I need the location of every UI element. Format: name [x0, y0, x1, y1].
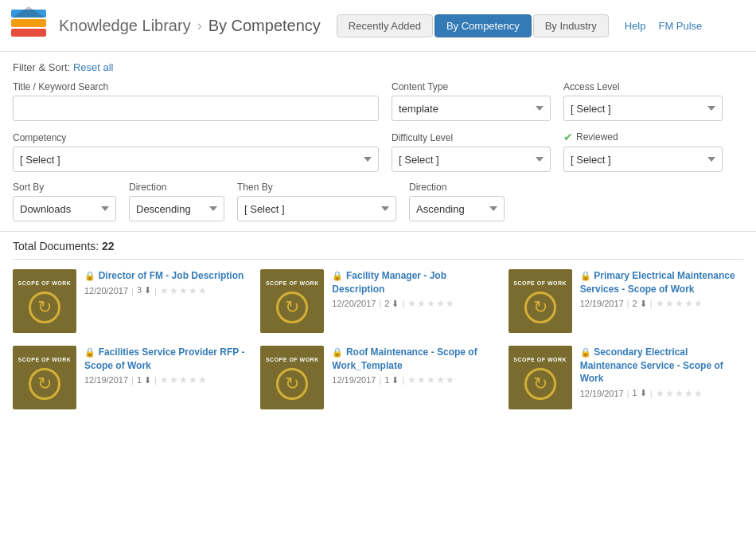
- doc-card-2: Scope of Work 🔒 Facility Manager - Job D…: [260, 269, 495, 333]
- star-2: ★: [417, 298, 426, 309]
- title-label: Title / Keyword Search: [13, 81, 379, 92]
- star-1: ★: [656, 388, 664, 399]
- star-1: ★: [160, 374, 169, 386]
- star-3: ★: [179, 374, 188, 386]
- breadcrumb-separator: ›: [197, 18, 202, 34]
- doc-thumbnail: Scope of Work: [509, 269, 572, 333]
- doc-meta: 12/20/2017 | 3 ⬇ | ★★★★★: [84, 285, 247, 296]
- filter-row-3: Sort By Downloads Date Title Rating Dire…: [13, 182, 743, 221]
- lock-icon: 🔒: [332, 347, 343, 357]
- breadcrumb-root[interactable]: Knowledge Library: [59, 17, 191, 35]
- tab-by-industry[interactable]: By Industry: [533, 14, 609, 37]
- doc-title[interactable]: Director of FM - Job Description: [99, 270, 244, 281]
- doc-downloads: 1 ⬇: [633, 388, 647, 398]
- lock-icon: 🔒: [84, 347, 95, 357]
- doc-title[interactable]: Primary Electrical Maintenance Services …: [580, 270, 735, 295]
- reset-all-link[interactable]: Reset all: [73, 61, 114, 73]
- competency-select[interactable]: [ Select ]: [13, 147, 379, 172]
- doc-date: 12/19/2017: [84, 375, 128, 385]
- star-rating: ★★★★★: [160, 285, 207, 296]
- sortby-filter-group: Sort By Downloads Date Title Rating: [13, 182, 116, 221]
- reviewed-label-container: ✔ Reviewed: [563, 131, 723, 143]
- star-4: ★: [684, 298, 693, 309]
- star-rating: ★★★★★: [407, 298, 454, 309]
- tab-by-competency[interactable]: By Competency: [435, 14, 532, 37]
- doc-title[interactable]: Roof Maintenance - Scope of Work_Templat…: [332, 346, 477, 371]
- doc-meta: 12/20/2017 | 2 ⬇ | ★★★★★: [332, 298, 495, 309]
- thenby-label: Then By: [237, 182, 396, 193]
- star-4: ★: [436, 298, 445, 309]
- doc-date: 12/20/2017: [332, 299, 376, 308]
- star-2: ★: [417, 374, 426, 386]
- star-2: ★: [170, 285, 178, 296]
- doc-meta: 12/19/2017 | 1 ⬇ | ★★★★★: [332, 374, 495, 386]
- doc-downloads: 1 ⬇: [384, 375, 399, 386]
- doc-date: 12/19/2017: [580, 389, 624, 398]
- sortby-select[interactable]: Downloads Date Title Rating: [13, 196, 116, 221]
- doc-thumbnail: Scope of Work: [509, 346, 572, 409]
- direction2-select[interactable]: Ascending Descending: [409, 196, 505, 221]
- doc-card-4: Scope of Work 🔒 Facilities Service Provi…: [13, 346, 247, 409]
- star-5: ★: [198, 374, 207, 386]
- doc-downloads: 2 ⬇: [633, 299, 647, 309]
- star-rating: ★★★★★: [656, 388, 703, 399]
- sortby-label: Sort By: [13, 182, 116, 193]
- thumb-label: Scope of Work: [510, 355, 570, 365]
- doc-meta: 12/19/2017 | 1 ⬇ | ★★★★★: [84, 374, 247, 386]
- direction1-label: Direction: [129, 182, 224, 193]
- doc-title[interactable]: Facility Manager - Job Description: [332, 270, 446, 295]
- star-3: ★: [675, 388, 684, 399]
- filter-row-2: Competency [ Select ] Difficulty Level […: [13, 131, 743, 172]
- star-3: ★: [179, 285, 188, 296]
- star-1: ★: [407, 374, 416, 386]
- doc-downloads: 2 ⬇: [384, 299, 399, 309]
- doc-card-1: Scope of Work 🔒 Director of FM - Job Des…: [13, 269, 247, 333]
- thumb-label: Scope of Work: [510, 279, 570, 288]
- difficulty-label: Difficulty Level: [392, 132, 551, 143]
- doc-date: 12/19/2017: [332, 375, 376, 385]
- thumb-arrow-icon: [524, 368, 556, 400]
- doc-info: 🔒 Facilities Service Provider RFP - Scop…: [84, 346, 247, 386]
- thumb-arrow-icon: [276, 368, 308, 400]
- star-5: ★: [446, 374, 454, 386]
- access-level-select[interactable]: [ Select ] Free Premium: [563, 96, 723, 121]
- doc-thumbnail: Scope of Work: [260, 269, 324, 333]
- doc-info: 🔒 Roof Maintenance - Scope of Work_Templ…: [332, 346, 495, 386]
- direction2-filter-group: Direction Ascending Descending: [409, 182, 505, 221]
- direction1-select[interactable]: Descending Ascending: [129, 196, 224, 221]
- doc-downloads: 3 ⬇: [137, 285, 151, 296]
- doc-info: 🔒 Facility Manager - Job Description 12/…: [332, 269, 495, 309]
- content-type-filter-group: Content Type template document video gui…: [392, 81, 551, 121]
- doc-meta: 12/19/2017 | 1 ⬇ | ★★★★★: [580, 388, 743, 399]
- app-logo: [10, 6, 48, 45]
- doc-info: 🔒 Primary Electrical Maintenance Service…: [580, 269, 743, 309]
- competency-filter-group: Competency [ Select ]: [13, 132, 379, 172]
- thumb-label: Scope of Work: [263, 279, 322, 288]
- doc-meta: 12/19/2017 | 2 ⬇ | ★★★★★: [580, 298, 743, 309]
- star-3: ★: [427, 374, 435, 386]
- nav-help[interactable]: Help: [625, 20, 646, 32]
- breadcrumb: Knowledge Library › By Competency: [59, 17, 321, 35]
- content-type-select[interactable]: template document video guide: [392, 96, 551, 121]
- lock-icon: 🔒: [580, 271, 591, 280]
- star-1: ★: [656, 298, 664, 309]
- doc-downloads: 1 ⬇: [137, 375, 151, 386]
- app-header: Knowledge Library › By Competency Recent…: [0, 0, 756, 52]
- thumb-arrow-icon: [276, 292, 308, 323]
- documents-grid: Scope of Work 🔒 Director of FM - Job Des…: [13, 269, 743, 409]
- star-3: ★: [427, 298, 435, 309]
- star-5: ★: [446, 298, 454, 309]
- doc-title[interactable]: Secondary Electrical Maintenance Service…: [580, 346, 723, 384]
- results-count: Total Documents: 22: [13, 240, 743, 260]
- star-2: ★: [665, 388, 674, 399]
- star-5: ★: [694, 388, 703, 399]
- doc-title[interactable]: Facilities Service Provider RFP - Scope …: [84, 346, 245, 371]
- thenby-select[interactable]: [ Select ] Date Title Rating: [237, 196, 396, 221]
- reviewed-select[interactable]: [ Select ] Yes No: [563, 147, 723, 172]
- breadcrumb-current: By Competency: [208, 17, 321, 35]
- title-search-input[interactable]: [13, 96, 379, 121]
- tab-recently-added[interactable]: Recently Added: [337, 14, 433, 37]
- doc-thumbnail: Scope of Work: [13, 269, 76, 333]
- difficulty-select[interactable]: [ Select ] Beginner Intermediate Advance…: [392, 147, 551, 172]
- nav-fm-pulse[interactable]: FM Pulse: [658, 20, 702, 32]
